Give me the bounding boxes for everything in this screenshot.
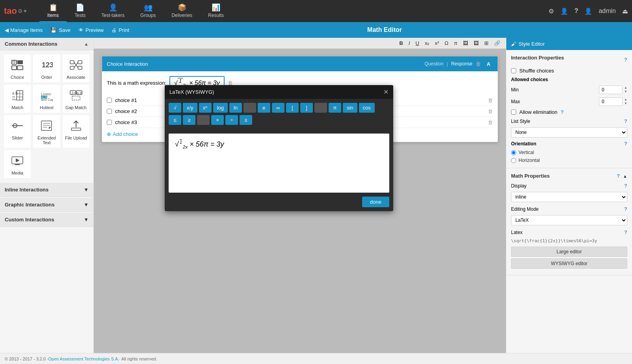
rbracket-button[interactable]: ]	[300, 103, 313, 113]
response-tab[interactable]: Response	[451, 61, 472, 67]
cos-button[interactable]: cos	[359, 103, 375, 113]
order-interaction[interactable]: 123 Order	[33, 54, 60, 82]
display-select[interactable]: inline block	[511, 192, 627, 202]
max-up-icon[interactable]: ▲	[624, 98, 627, 102]
company-link[interactable]: Open Assessment Technologies S.A.	[48, 357, 119, 361]
link-button[interactable]: 🔗	[492, 39, 503, 47]
done-button[interactable]: done	[362, 197, 389, 207]
min-input[interactable]	[599, 85, 623, 94]
log-button[interactable]: log	[213, 103, 228, 113]
preview-button[interactable]: 👁 Preview	[78, 27, 104, 33]
latex-preview[interactable]: √12x × 56π = 3y	[169, 134, 389, 193]
power-button[interactable]: xⁿ	[199, 103, 212, 113]
max-label: Max	[511, 99, 520, 104]
math-properties-help-icon[interactable]: ?	[617, 173, 620, 179]
ln-button[interactable]: ln	[229, 103, 242, 113]
inline-chevron-icon: ▼	[84, 187, 89, 193]
choice-interaction[interactable]: Choice	[4, 54, 31, 82]
editing-mode-select[interactable]: LaTeX WYSIWYG	[511, 215, 627, 225]
nav-item-deliveries[interactable]: 📦 Deliveries	[164, 0, 200, 22]
gapmatch-interaction[interactable]: 2×2a b Gap Match	[63, 85, 89, 113]
times-button[interactable]: ×	[211, 115, 224, 125]
lbracket-button[interactable]: [	[286, 103, 299, 113]
file-upload-interaction[interactable]: File Upload	[63, 115, 89, 148]
sin-button[interactable]: sin	[343, 103, 357, 113]
editing-mode-help-icon[interactable]: ?	[624, 206, 627, 212]
subscript-button[interactable]: x₂	[422, 39, 432, 47]
image-button[interactable]: 🖼	[461, 39, 470, 47]
media-button[interactable]: 🖼	[471, 39, 481, 47]
question-tab[interactable]: Question	[425, 61, 444, 67]
media-label: Media	[11, 171, 23, 175]
leq-button[interactable]: ≤	[169, 115, 181, 125]
print-button[interactable]: 🖨 Print	[112, 27, 129, 33]
list-style-help-icon[interactable]: ?	[624, 118, 627, 124]
allow-elimination-checkbox[interactable]	[511, 110, 516, 115]
math-properties-header: Math Properties ? ▲	[511, 173, 627, 179]
infinity-button[interactable]: ∞	[272, 103, 284, 113]
interaction-properties-help-icon[interactable]: ?	[624, 57, 627, 63]
max-down-icon[interactable]: ▼	[624, 102, 627, 106]
settings-icon[interactable]: ⚙	[548, 7, 554, 15]
logout-icon[interactable]: ⏏	[622, 7, 628, 15]
list-style-select[interactable]: None Decimal Lower Alpha Upper Alpha	[511, 127, 627, 137]
extended-text-interaction[interactable]: Extended Text	[33, 115, 60, 148]
choice3-checkbox[interactable]	[107, 120, 112, 125]
delete-choice1-icon[interactable]: 🗑	[488, 97, 493, 103]
sqrt-button[interactable]: √	[169, 103, 181, 113]
allow-elimination-help-icon[interactable]: ?	[561, 109, 564, 115]
nav-item-groups[interactable]: 👥 Groups	[132, 0, 164, 22]
delete-choice2-icon[interactable]: 🗑	[488, 108, 493, 114]
custom-interactions-header[interactable]: Custom Interactions ▼	[0, 213, 93, 227]
superscript-button[interactable]: x²	[432, 39, 441, 47]
geq-button[interactable]: ≥	[183, 115, 195, 125]
italic-button[interactable]: I	[406, 39, 413, 47]
graphic-interactions-header[interactable]: Graphic Interactions ▼	[0, 198, 93, 212]
interactions-grid: Choice 123 Order Associate a breHo Match	[0, 50, 93, 182]
omega-button[interactable]: Ω	[442, 39, 451, 47]
plusminus-button[interactable]: ±	[240, 115, 252, 125]
media-interaction[interactable]: Media	[4, 150, 31, 178]
wysiwyg-editor-button[interactable]: WYSIWYG editor	[511, 258, 627, 269]
match-interaction[interactable]: a breHo Match	[4, 85, 31, 113]
min-down-icon[interactable]: ▼	[624, 90, 627, 94]
fraction-button[interactable]: x/y	[183, 103, 197, 113]
latex-modal-close-button[interactable]: ✕	[383, 88, 388, 96]
sub-header: ◀ Manage Items 💾 Save 👁 Preview 🖨 Print …	[0, 22, 632, 38]
latex-help-icon[interactable]: ?	[624, 229, 627, 235]
large-editor-button[interactable]: Large editor	[511, 247, 627, 257]
users-icon[interactable]: 👤	[560, 7, 568, 15]
nav-item-items[interactable]: 📋 Items	[39, 0, 67, 22]
associate-interaction[interactable]: Associate	[63, 54, 89, 82]
inline-interactions-header[interactable]: Inline Interactions ▼	[0, 183, 93, 197]
table-button[interactable]: ⊞	[482, 39, 491, 47]
underline-button[interactable]: U	[413, 39, 422, 47]
help-icon[interactable]: ?	[574, 7, 578, 15]
nav-item-tests[interactable]: 📄 Tests	[67, 0, 93, 22]
choice1-checkbox[interactable]	[107, 98, 112, 103]
math-chevron-icon[interactable]: ▲	[623, 174, 627, 178]
min-up-icon[interactable]: ▲	[624, 86, 627, 90]
delete-choice3-icon[interactable]: 🗑	[488, 119, 493, 125]
max-input[interactable]	[599, 97, 623, 106]
e-button[interactable]: e	[258, 103, 270, 113]
hottext-interaction[interactable]: Loremre Hottext Cap Hottext	[33, 85, 60, 113]
pi-latex-button[interactable]: π	[329, 103, 341, 113]
nav-item-testtakers[interactable]: 👤 Test-takers	[93, 0, 132, 22]
save-button[interactable]: 💾 Save	[50, 27, 71, 33]
vertical-radio[interactable]	[511, 150, 516, 155]
nav-item-results[interactable]: 📊 Results	[200, 0, 232, 22]
pi-button[interactable]: π	[452, 39, 460, 47]
orientation-help-icon[interactable]: ?	[624, 141, 627, 147]
choice2-checkbox[interactable]	[107, 109, 112, 114]
shuffle-choices-checkbox[interactable]	[511, 68, 516, 73]
common-interactions-header[interactable]: Common Interactions ▲	[0, 38, 93, 50]
divide-button[interactable]: ÷	[225, 115, 238, 125]
bold-button[interactable]: B	[397, 39, 405, 47]
display-help-icon[interactable]: ?	[624, 183, 627, 189]
back-to-manage-items[interactable]: ◀ Manage Items	[5, 27, 43, 33]
logo[interactable]: tao ⚙✦	[4, 6, 35, 16]
delete-panel-icon[interactable]: 🗑	[476, 61, 481, 67]
slider-interaction[interactable]: Slider	[4, 115, 31, 148]
horizontal-radio[interactable]	[511, 158, 516, 163]
